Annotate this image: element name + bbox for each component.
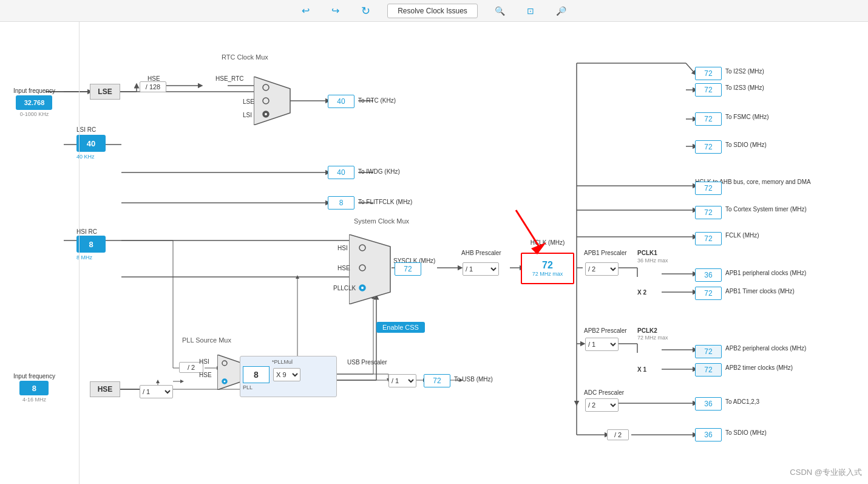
svg-marker-83	[349, 234, 390, 304]
rtc-clock-mux-label: RTC Clock Mux	[222, 53, 268, 61]
to-rtc-label: To RTC (KHz)	[358, 97, 396, 104]
hclk-value[interactable]: 72	[542, 260, 553, 271]
usb-prescaler-select[interactable]: / 1	[388, 374, 416, 387]
apb1-peripheral-value[interactable]: 36	[695, 268, 722, 282]
svg-marker-90	[217, 355, 240, 390]
to-i2s2-label: To I2S2 (MHz)	[725, 68, 764, 75]
input-freq-top-label: Input frequency	[13, 87, 55, 94]
div128-box[interactable]: / 128	[140, 81, 166, 92]
usb-output-label: To USB (MHz)	[454, 376, 493, 383]
input-freq-bottom: Input frequency 8 4-16 MHz	[13, 373, 55, 403]
apb2-peripheral-label: APB2 peripheral clocks (MHz)	[725, 345, 806, 352]
fclk-label: FCLK (MHz)	[725, 232, 759, 239]
pll-mul-label: *PLLMul	[272, 359, 334, 365]
pclk1-label: PCLK1	[637, 250, 657, 256]
input-freq-top-value[interactable]: 32.768	[16, 95, 52, 110]
apb2-prescaler-label: APB2 Prescaler	[584, 327, 627, 334]
ahb-prescaler-select[interactable]: / 1	[463, 262, 499, 276]
lsi-rc-value[interactable]: 40	[76, 135, 106, 152]
adc-output-label: To ADC1,2,3	[725, 398, 759, 405]
refresh-button[interactable]: ↻	[356, 2, 375, 20]
pll-source-mux-label: PLL Source Mux	[182, 336, 231, 344]
rtc-lse-label: LSE	[243, 98, 254, 105]
pll-value[interactable]: 8	[243, 366, 270, 383]
svg-point-93	[224, 381, 226, 383]
input-freq-top-range: 0-1000 KHz	[20, 111, 49, 117]
fclk-value[interactable]: 72	[695, 232, 722, 245]
sys-hse-label: HSE	[337, 265, 350, 271]
apb1-prescaler-select[interactable]: / 2	[585, 262, 619, 276]
system-clock-mux-label: System Clock Mux	[354, 217, 409, 225]
to-flit-value[interactable]: 8	[328, 196, 354, 210]
input-freq-bottom-value[interactable]: 8	[19, 381, 49, 395]
to-sdio-top-value[interactable]: 72	[695, 140, 722, 154]
svg-point-87	[361, 287, 364, 289]
enable-css-button[interactable]: Enable CSS	[376, 322, 425, 333]
input-freq-top: Input frequency 32.768 0-1000 KHz	[13, 87, 55, 117]
apb2-timer-value[interactable]: 72	[695, 363, 722, 377]
to-flit-label: To FLITFCLK (MHz)	[358, 199, 412, 205]
red-arrow-annotation	[498, 207, 546, 257]
hsi-rc-label: HSI RC	[76, 228, 97, 235]
ahb-prescaler-label: AHB Prescaler	[461, 250, 501, 256]
to-fsmc-label: To FSMC (MHz)	[725, 114, 769, 120]
svg-point-82	[265, 113, 267, 115]
hse-chip: HSE	[90, 381, 120, 397]
input-freq-bottom-range: 4-16 MHz	[22, 397, 46, 403]
usb-prescaler-label: USB Prescaler	[347, 359, 387, 366]
to-fsmc-value[interactable]: 72	[695, 112, 722, 126]
usb-output-value[interactable]: 72	[424, 374, 450, 387]
undo-button[interactable]: ↩	[297, 2, 314, 19]
apb1-timer-value[interactable]: 72	[695, 287, 722, 300]
rtc-mux-svg	[254, 77, 291, 125]
hclk-highlighted-box: HCLK (MHz) 72 72 MHz max	[521, 253, 574, 284]
apb2-x1-label: X 1	[637, 366, 646, 373]
pll-hse-label: HSE	[199, 372, 212, 378]
sdio-bottom-div[interactable]: / 2	[607, 429, 629, 440]
to-rtc-value[interactable]: 40	[328, 95, 354, 108]
to-i2s2-value[interactable]: 72	[695, 67, 722, 80]
sys-hsi-label: HSI	[337, 245, 348, 251]
to-sdio-bottom-label: To SDIO (MHz)	[725, 429, 767, 436]
pll-mul-select[interactable]: X 9 X 2 X 3 X 4 X 5 X 6 X 7 X 8 X 10 X 1…	[273, 368, 300, 381]
toolbar: ↩ ↪ ↻ Resolve Clock Issues 🔍 ⊡ 🔎	[0, 0, 868, 22]
apb1-max-label: 36 MHz max	[637, 257, 668, 264]
to-i2s3-label: To I2S3 (MHz)	[725, 84, 764, 91]
svg-marker-78	[254, 77, 290, 125]
adc-output-value[interactable]: 36	[695, 397, 722, 411]
apb2-prescaler-select[interactable]: / 1	[585, 338, 619, 351]
to-sdio-top-label: To SDIO (MHz)	[725, 141, 767, 148]
rtc-hse-label: HSE	[147, 75, 160, 82]
to-i2s3-value[interactable]: 72	[695, 83, 722, 97]
svg-marker-89	[531, 242, 546, 254]
hclk-max: 72 MHz max	[532, 271, 563, 277]
left-separator	[79, 22, 80, 484]
hse-div1-select[interactable]: / 1	[140, 385, 173, 398]
pclk2-label: PCLK2	[637, 327, 657, 334]
lse-chip: LSE	[90, 84, 120, 100]
to-iwdg-value[interactable]: 40	[328, 166, 354, 179]
apb1-x2-label: X 2	[637, 289, 646, 296]
apb2-peripheral-value[interactable]: 72	[695, 345, 722, 358]
zoom-out-button[interactable]: 🔎	[551, 4, 571, 18]
hse-div1-container: / 1	[140, 385, 173, 398]
svg-line-26	[686, 63, 695, 73]
watermark-text: CSDN @专业嵌入式	[790, 467, 862, 478]
to-cortex-value[interactable]: 72	[695, 206, 722, 219]
zoom-in-button[interactable]: 🔍	[490, 4, 510, 18]
svg-line-88	[516, 210, 539, 247]
zoom-fit-button[interactable]: ⊡	[522, 4, 539, 18]
redo-button[interactable]: ↪	[327, 2, 344, 19]
pll-container: *PLLMul 8 X 9 X 2 X 3 X 4 X 5 X 6 X 7 X …	[240, 356, 337, 397]
adc-prescaler-label: ADC Prescaler	[584, 389, 624, 396]
hclk-ahb-value[interactable]: 72	[695, 182, 722, 195]
rtc-lsi-label: LSI	[243, 112, 252, 118]
apb1-peripheral-label: APB1 peripheral clocks (MHz)	[725, 270, 806, 276]
resolve-clock-button[interactable]: Resolve Clock Issues	[387, 4, 478, 18]
to-sdio-bottom-value[interactable]: 36	[695, 428, 722, 441]
sysclk-value[interactable]: 72	[395, 262, 421, 276]
adc-prescaler-select[interactable]: / 2	[585, 398, 619, 412]
input-freq-bottom-label: Input frequency	[13, 373, 55, 380]
apb2-timer-label: APB2 timer clocks (MHz)	[725, 364, 793, 371]
hsi-rc-value[interactable]: 8	[76, 236, 106, 253]
